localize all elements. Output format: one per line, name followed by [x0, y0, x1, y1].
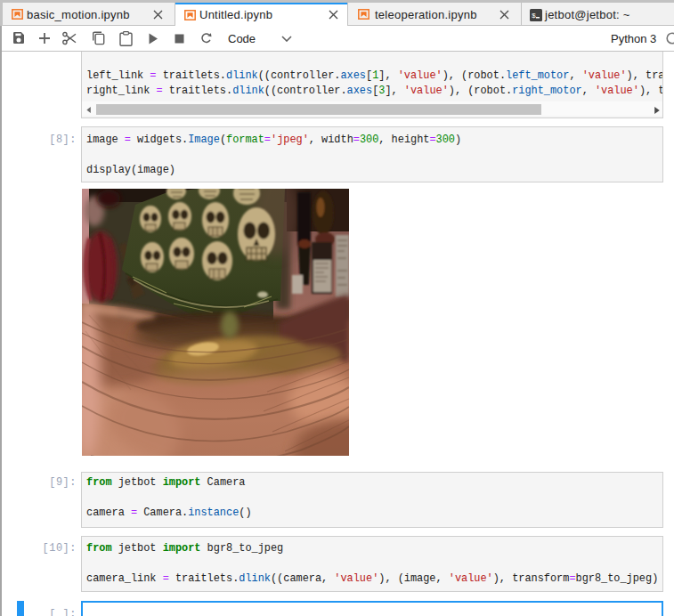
svg-text:$: $: [532, 12, 536, 20]
